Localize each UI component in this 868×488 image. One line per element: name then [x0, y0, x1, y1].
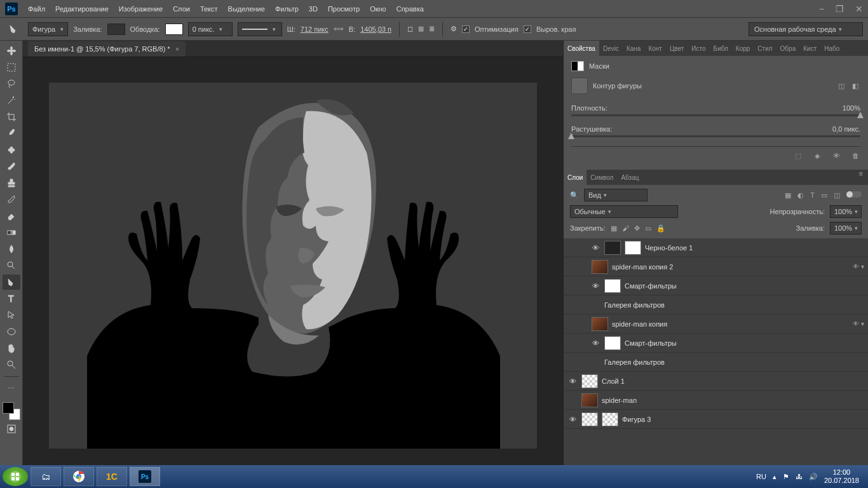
dodge-tool[interactable] — [3, 258, 20, 273]
tray-sound-icon[interactable]: 🔊 — [809, 473, 818, 481]
lock-all-icon[interactable]: 🔒 — [656, 224, 665, 233]
menu-layers[interactable]: Слои — [173, 5, 190, 13]
layer-row[interactable]: 👁Черно-белое 1 — [564, 238, 868, 257]
lock-trans-icon[interactable]: ▦ — [611, 224, 617, 233]
tab-layers[interactable]: Слои — [564, 170, 587, 185]
layer-row[interactable]: 👁Смарт-фильтры — [564, 276, 868, 295]
menu-3d[interactable]: 3D — [309, 5, 318, 13]
stroke-width-input[interactable]: 0 пикс. — [188, 22, 233, 36]
shape-mode-dropdown[interactable]: Фигура — [28, 22, 68, 36]
gradient-tool[interactable] — [3, 225, 20, 240]
layer-thumb[interactable] — [604, 241, 621, 255]
menu-select[interactable]: Выделение — [228, 5, 265, 13]
shape-tool[interactable] — [3, 324, 20, 339]
menu-edit[interactable]: Редактирование — [55, 5, 109, 13]
layer-thumb[interactable] — [581, 393, 598, 407]
stroke-style-dropdown[interactable] — [238, 22, 282, 36]
layer-thumb[interactable] — [581, 374, 598, 388]
workspace-dropdown[interactable]: Основная рабочая среда — [749, 22, 863, 36]
stroke-swatch[interactable] — [165, 24, 183, 35]
maximize-icon[interactable]: ❐ — [836, 4, 844, 14]
tray-lang[interactable]: RU — [756, 473, 766, 480]
menu-file[interactable]: Файл — [28, 5, 45, 13]
quickmask-icon[interactable] — [3, 421, 20, 437]
layer-filter-kind[interactable]: Вид — [584, 189, 648, 201]
tab-color[interactable]: Цвет — [666, 41, 688, 56]
type-tool[interactable]: T — [3, 291, 20, 306]
optimize-checkbox[interactable] — [462, 25, 470, 33]
align-icon[interactable]: ⊞ — [418, 25, 424, 33]
arrange-icon[interactable]: ≣ — [429, 25, 435, 33]
tab-close-icon[interactable]: × — [175, 45, 179, 53]
path-ops-icon[interactable]: ◻ — [407, 25, 413, 33]
document-tab[interactable]: Без имени-1 @ 15,5% (Фигура 7, RGB/8) * … — [28, 41, 186, 57]
filter-smart-icon[interactable]: ◫ — [834, 191, 840, 200]
filter-toggle[interactable] — [846, 191, 862, 198]
tab-libraries[interactable]: Библ — [710, 41, 732, 56]
zoom-tool[interactable] — [3, 357, 20, 372]
menu-text[interactable]: Текст — [200, 5, 218, 13]
layer-thumb[interactable] — [581, 412, 598, 426]
stamp-tool[interactable] — [3, 175, 20, 191]
filter-shape-icon[interactable]: ▭ — [821, 191, 827, 200]
blur-tool[interactable] — [3, 241, 20, 257]
density-slider[interactable]: Плотность: 100% — [571, 104, 860, 116]
tab-swatches[interactable]: Обра — [776, 41, 800, 56]
layer-row[interactable]: 👁Фигура 3 — [564, 410, 868, 429]
mask-from-sel-icon[interactable]: ⬚ — [793, 151, 803, 161]
taskbar-explorer[interactable]: 🗂 — [31, 467, 61, 486]
tab-toolpresets[interactable]: Набо — [820, 41, 843, 56]
gear-icon[interactable]: ⚙ — [451, 25, 457, 33]
contour-thumb[interactable] — [571, 78, 588, 94]
layer-thumb[interactable] — [604, 336, 621, 350]
layer-row[interactable]: spider-man копия👁 ▾ — [564, 315, 868, 334]
hand-tool[interactable] — [3, 341, 20, 356]
pen-tool[interactable] — [3, 274, 20, 290]
menu-help[interactable]: Справка — [397, 5, 424, 13]
layer-row[interactable]: 👁Слой 1 — [564, 372, 868, 391]
link-wh-icon[interactable]: ⟺ — [334, 25, 344, 33]
menu-filter[interactable]: Фильтр — [275, 5, 299, 13]
lasso-tool[interactable] — [3, 76, 20, 92]
mask-apply-icon[interactable]: ◈ — [812, 151, 822, 161]
tray-flag-icon[interactable]: ⚑ — [783, 473, 789, 481]
fill-opacity-value[interactable]: 100% — [830, 222, 862, 234]
blend-mode-dropdown[interactable]: Обычные — [570, 205, 678, 218]
minimize-icon[interactable]: − — [819, 4, 824, 14]
tab-adjustments[interactable]: Корр — [732, 41, 754, 56]
menu-window[interactable]: Окно — [370, 5, 386, 13]
tab-paths[interactable]: Конт — [644, 41, 666, 56]
tray-up-icon[interactable]: ▴ — [773, 473, 776, 481]
fill-swatch[interactable] — [107, 24, 125, 35]
tab-history[interactable]: Исто — [688, 41, 709, 56]
tray-network-icon[interactable]: 🖧 — [796, 473, 803, 480]
color-swatches[interactable] — [3, 402, 20, 420]
layer-fx-badge[interactable]: 👁 ▾ — [853, 320, 864, 327]
layer-fx-badge[interactable]: 👁 ▾ — [853, 263, 864, 270]
taskbar-chrome[interactable] — [64, 467, 94, 486]
fg-color[interactable] — [3, 402, 14, 414]
tab-properties[interactable]: Свойства — [564, 41, 599, 56]
layer-row[interactable]: 👁Смарт-фильтры — [564, 334, 868, 353]
layer-thumb[interactable] — [592, 260, 608, 274]
feather-slider[interactable]: Растушевка: 0,0 пикс. — [571, 125, 860, 137]
mask-delete-icon[interactable]: 🗑 — [850, 151, 860, 161]
lock-paint-icon[interactable]: 🖌 — [622, 224, 629, 232]
layer-visibility-icon[interactable]: 👁 — [590, 282, 600, 290]
width-value[interactable]: 712 пикс — [301, 25, 329, 33]
crop-tool[interactable] — [3, 109, 20, 125]
tab-character[interactable]: Символ — [587, 170, 617, 185]
tray-clock[interactable]: 12:00 20.07.2018 — [824, 468, 859, 485]
layer-thumb[interactable] — [592, 317, 608, 331]
tab-paragraph[interactable]: Абзац — [617, 170, 642, 185]
marquee-tool[interactable] — [3, 60, 20, 75]
align-edges-checkbox[interactable] — [524, 25, 531, 33]
tab-brushes[interactable]: Кист — [799, 41, 820, 56]
layer-row[interactable]: spider-man — [564, 391, 868, 410]
filter-search-icon[interactable]: 🔍 — [570, 191, 579, 200]
canvas-viewport[interactable] — [23, 57, 563, 474]
mask-invert-icon[interactable]: ◧ — [850, 81, 860, 91]
height-value[interactable]: 1405,03 п — [360, 25, 391, 33]
layer-row[interactable]: Галерея фильтров — [564, 295, 868, 315]
layer-thumb[interactable] — [602, 412, 618, 426]
